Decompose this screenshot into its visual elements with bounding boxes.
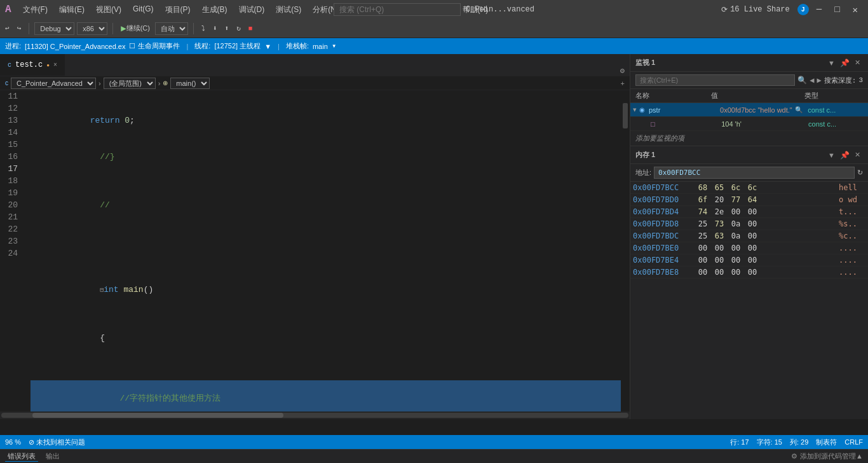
search-depth: 搜索深度: 3 (824, 76, 863, 85)
ln-16: 16 (5, 151, 20, 163)
col-status[interactable]: 列: 29 (790, 438, 808, 447)
watch-row-pstr[interactable]: ▾ ◉ pstr 0x00fd7bcc "hello wdt." 🔍 const… (630, 103, 868, 117)
watch-val-search-icon[interactable]: 🔍 (795, 106, 803, 113)
live-share-button[interactable]: ⟳ 16 Live Share (721, 5, 790, 15)
minimize-button[interactable]: ─ (811, 3, 827, 16)
search-prev-icon[interactable]: ◀ (810, 76, 814, 85)
add-breadcrumb-icon[interactable]: + (621, 79, 625, 87)
char-status[interactable]: 字符: 15 (757, 438, 782, 447)
add-watch-row[interactable]: 添加要监视的项 (630, 131, 868, 146)
h-scrollbar[interactable] (0, 411, 630, 419)
ln-17: 17 (5, 163, 20, 175)
search-next-icon[interactable]: ▶ (817, 76, 822, 85)
brace-open: { (100, 332, 105, 344)
watch-search-input[interactable] (635, 74, 795, 86)
thread-label: 线程: (194, 41, 210, 51)
breadcrumb-scope[interactable]: (全局范围) (104, 78, 156, 89)
menu-file[interactable]: 文件(F) (18, 3, 53, 17)
memory-content: 0x00FD7BCC 68 65 6c 6c hell 0x00FD7BD0 6… (630, 182, 868, 419)
search-depth-label: 搜索深度: (824, 76, 857, 85)
kw-int: int (104, 284, 118, 296)
mem-ascii-6: .... (834, 256, 865, 265)
thread-dropdown[interactable]: [12752] 主线程 (214, 41, 261, 51)
ln-14: 14 (5, 127, 20, 139)
user-avatar[interactable]: J (797, 4, 809, 15)
menu-edit[interactable]: 编辑(E) (54, 3, 90, 17)
menu-build[interactable]: 生成(B) (197, 3, 233, 17)
close-button[interactable]: ✕ (848, 3, 863, 17)
tab-close-button[interactable]: × (53, 62, 57, 69)
zoom-status[interactable]: 96 % (5, 438, 21, 446)
separator-1 (29, 23, 29, 34)
error-status[interactable]: ⊘ 未找到相关问题 (29, 438, 85, 447)
maximize-button[interactable]: □ (829, 3, 844, 16)
right-panel: 监视 1 ▼ 📌 ✕ 🔍 ◀ ▶ 搜索深度: 3 名称 值 类型 (630, 54, 868, 419)
scrollbar-thumb[interactable] (623, 103, 628, 128)
tab-status[interactable]: 制表符 (816, 438, 837, 447)
mem-addr-7: 0x00FD7BE8 (633, 268, 696, 277)
breadcrumb-function[interactable]: main() (170, 78, 210, 89)
menu-project[interactable]: 项目(P) (160, 3, 196, 17)
code-content[interactable]: return 0; //} // ⊟int main() { (25, 90, 621, 411)
live-share-label: 16 Live Share (730, 5, 790, 14)
debug-config-dropdown[interactable]: Debug (34, 22, 74, 35)
new-tab-icon[interactable]: ⚙ (620, 66, 625, 76)
tab-test-c[interactable]: c test.c ● × (0, 54, 65, 76)
menu-debug[interactable]: 调试(D) (234, 3, 270, 17)
restart-button[interactable]: ↻ (234, 23, 243, 34)
process-dropdown[interactable]: [11320] C_Pointer_Advanced.ex (25, 43, 125, 50)
memory-pin-icon[interactable]: 📌 (840, 151, 850, 160)
search-icon[interactable]: 🔍 (797, 76, 807, 85)
watch-close-icon[interactable]: ✕ (852, 59, 863, 67)
search-depth-value: 3 (858, 76, 863, 84)
watch-name-pstr: pstr (646, 106, 717, 114)
mem-row-2: 0x00FD7BD4 74 2e 00 00 t... (630, 206, 868, 218)
watch-sub-name: □ (648, 120, 719, 128)
step-into-button[interactable]: ⬇ (210, 23, 220, 34)
git-status[interactable]: ⚙ 添加到源代码管理▲ (791, 452, 863, 461)
main-area: c test.c ● × ⚙ c C_Pointer_Advanced › (全… (0, 54, 868, 419)
toolbar: ↩ ↪ Debug x86 ▶ 继续(C) 自动 ⤵ ⬇ ⬆ ↻ ■ (0, 19, 868, 38)
breadcrumb-project[interactable]: C_Pointer_Advanced (11, 78, 96, 89)
global-search-input[interactable] (334, 3, 461, 16)
stack-dropdown[interactable]: main (313, 43, 328, 50)
undo-button[interactable]: ↩ (3, 23, 12, 34)
redo-button[interactable]: ↪ (15, 23, 24, 34)
step-over-button[interactable]: ⤵ (199, 23, 208, 34)
expand-icon[interactable]: ▾ (633, 106, 637, 114)
watch-collapse-icon[interactable]: ▼ (825, 59, 837, 67)
watch-subrow-pstr: □ 104 'h' const c... (630, 117, 868, 131)
editor-scrollbar[interactable] (621, 90, 630, 411)
bottom-tab-output[interactable]: 输出 (43, 452, 62, 461)
continue-button[interactable]: ▶ 继续(C) (118, 22, 153, 35)
menu-view[interactable]: 视图(V) (91, 3, 126, 17)
memory-collapse-icon[interactable]: ▼ (825, 151, 837, 159)
stop-button[interactable]: ■ (246, 24, 255, 34)
memory-panel: 内存 1 ▼ 📌 ✕ 地址: ↻ 0x00FD7BCC 68 65 6c (630, 146, 868, 419)
menu-test[interactable]: 测试(S) (271, 3, 306, 17)
status-bar: 96 % ⊘ 未找到相关问题 行: 17 字符: 15 列: 29 制表符 CR… (0, 435, 868, 449)
line-status[interactable]: 行: 17 (730, 438, 749, 447)
auto-dropdown[interactable]: 自动 (155, 22, 188, 35)
bottom-tab-errors[interactable]: 错误列表 (5, 452, 38, 462)
menu-git[interactable]: Git(G) (128, 3, 159, 17)
h-scroll-thumb[interactable] (32, 413, 283, 418)
breadcrumb-sep-2: › (158, 79, 161, 87)
watch-pin-icon[interactable]: 📌 (840, 59, 850, 67)
memory-addr-input[interactable] (654, 167, 855, 179)
title-center: C_Poin...vanced (334, 3, 534, 16)
code-editor[interactable]: 11 12 13 14 15 16 17 18 19 20 21 22 23 2… (0, 90, 630, 411)
memory-close-icon[interactable]: ✕ (852, 151, 863, 159)
code-line-11: return 0; (31, 114, 621, 127)
mem-addr-3: 0x00FD7BD8 (633, 219, 696, 228)
mem-addr-5: 0x00FD7BE0 (633, 244, 696, 252)
kw-return: return (31, 114, 119, 127)
arch-dropdown[interactable]: x86 (77, 22, 107, 35)
mem-row-7: 0x00FD7BE8 00 00 00 00 .... (630, 266, 868, 279)
step-out-button[interactable]: ⬆ (222, 23, 232, 34)
memory-refresh-icon[interactable]: ↻ (857, 169, 863, 177)
watch-panel-header: 监视 1 ▼ 📌 ✕ (630, 54, 868, 72)
num-0: 0 (125, 114, 130, 127)
encoding-status[interactable]: CRLF (844, 438, 863, 447)
filter-icon[interactable]: ▼ (264, 43, 271, 50)
